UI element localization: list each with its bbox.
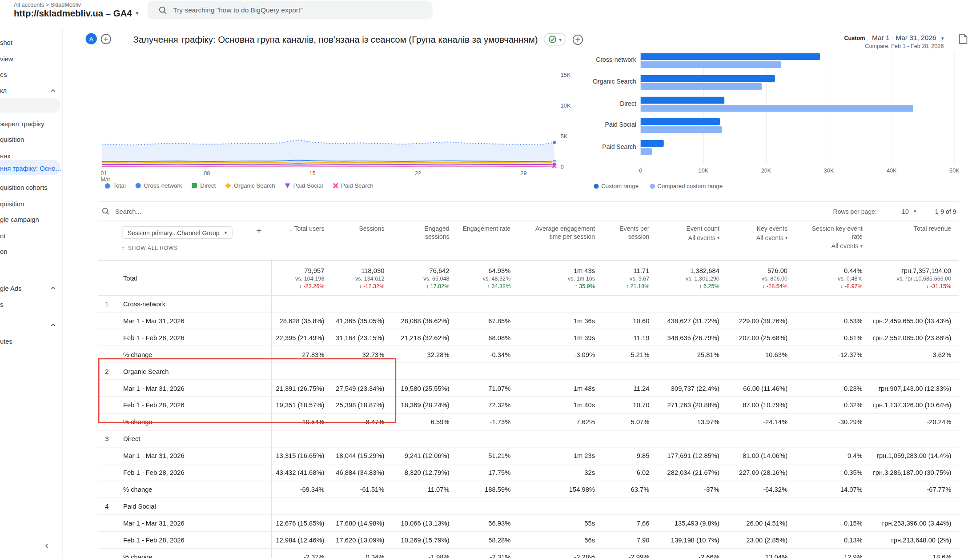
column-header-session-key-event-rate[interactable]: Session key event rateAll events▾ [789, 225, 864, 249]
dimension-selector-label: Session primary...Channel Group [128, 229, 220, 236]
rows-per-page-select[interactable]: 10 ▾ [902, 208, 916, 214]
column-header-sessions[interactable]: Sessions [325, 225, 386, 249]
legend-item-compared-custom-range[interactable]: Compared custom range [650, 182, 723, 189]
global-search-input[interactable]: Try searching "how to do BigQuery export… [148, 0, 433, 19]
metric-cell: -64.32% [721, 481, 789, 498]
sidebar-item-gle-campaign[interactable]: gle campaign [0, 213, 62, 226]
metric-compare-value: vs. 806.00 [762, 275, 787, 281]
sidebar-item-жерел-трафіку[interactable]: жерел трафіку [0, 117, 62, 131]
column-header-label: Total revenue [914, 225, 951, 233]
sidebar-item-ння-трафіку-осно[interactable]: ння трафіку: Осно… [0, 161, 62, 175]
metric-cell: 68.08% [450, 329, 512, 346]
dimension-selector[interactable]: Session primary...Channel Group ▾ [122, 226, 233, 239]
metric-cell: 10.63% [721, 346, 789, 363]
chevron-down-icon: ▾ [136, 10, 138, 16]
sidebar-item-item[interactable] [0, 98, 62, 112]
bar-paid-social-custom-range [641, 118, 720, 125]
sidebar-item-es[interactable]: es [0, 68, 62, 81]
notepad-icon [958, 34, 968, 44]
gridline [954, 51, 955, 164]
sidebar-item-quisition-cohorts[interactable]: quisition cohorts [0, 181, 62, 194]
chevron-up-icon[interactable] [50, 322, 56, 328]
avatar[interactable]: A [86, 33, 97, 44]
table-row-group-organic-search[interactable]: 2Organic Search [98, 363, 959, 380]
add-report-button[interactable] [573, 34, 583, 45]
column-filter[interactable]: All events▾ [688, 234, 719, 241]
sidebar-collapse-button[interactable]: ‹ [45, 540, 48, 551]
metric-cell: -3.62% [864, 346, 959, 363]
bar-paid-search-compared-custom-range [641, 148, 652, 155]
empty-metrics [272, 296, 959, 312]
date-range-picker[interactable]: Custom Mar 1 - Mar 31, 2026 ▾ Compare: F… [844, 34, 944, 49]
column-header-total-users[interactable]: ↓ Total users [272, 225, 325, 249]
column-header-engaged-sessions[interactable]: Engaged sessions [386, 225, 450, 249]
column-header-total-revenue[interactable]: Total revenue [864, 225, 959, 249]
column-filter[interactable]: All events▾ [831, 242, 863, 249]
table-row-group-cross-network[interactable]: 1Cross-network [98, 296, 959, 313]
metric-cell: -1.98% [386, 549, 450, 558]
traffic-line-chart: 01Mar0815222915K10K5K0 [100, 55, 575, 185]
row-index: 4 [98, 502, 123, 510]
column-header-events-per-session[interactable]: Events per session [596, 225, 651, 249]
triangle-marker-icon [285, 182, 291, 189]
metric-change: ↑ 34.38% [487, 283, 511, 289]
column-header-average-engagement-time-per-session[interactable]: Average engagement time per session [512, 225, 596, 249]
table-search-input[interactable]: Search... [102, 208, 141, 215]
add-dimension-button[interactable]: + [256, 225, 261, 236]
metric-cell: 11.07% [386, 481, 450, 498]
chevron-down-icon: ▾ [785, 235, 787, 240]
metric-cell: 229.00 (39.76%) [721, 313, 789, 329]
legend-item-total[interactable]: Total [104, 182, 126, 189]
table-row-group-paid-social[interactable]: 4Paid Social [98, 498, 959, 515]
add-comparison-button[interactable] [100, 34, 111, 44]
show-all-rows-button[interactable]: ↕ SHOW ALL ROWS [122, 245, 178, 251]
sidebar-item-view[interactable]: view [0, 52, 62, 66]
column-header-event-count[interactable]: Event countAll events▾ [651, 225, 720, 249]
report-status-badge[interactable]: ▾ [544, 33, 567, 45]
sidebar-item-utes[interactable]: utes [0, 334, 62, 348]
legend-item-direct[interactable]: Direct [192, 182, 216, 189]
y-tick-label: 5K [561, 133, 568, 140]
metric-change: ↑ 17.82% [426, 283, 450, 289]
channel-name: Paid Social [123, 502, 156, 510]
metric-cell: 8,320 (12.79%) [386, 464, 450, 481]
column-filter[interactable]: All events▾ [756, 234, 787, 241]
table-row-direct-change: % change-69.34%-61.51%11.07%188.59%154.9… [98, 481, 959, 498]
property-selector[interactable]: http://skladmebliv.ua – GA4 ▾ [14, 8, 139, 18]
legend-item-cross-network[interactable]: Cross-network [135, 182, 182, 189]
column-header-key-events[interactable]: Key eventsAll events▾ [721, 225, 789, 249]
metric-cell: грн.907,143.00 (12.33%) [864, 380, 959, 397]
bar-category-label-paid-search: Paid Search [575, 143, 636, 150]
metric-cell: -0.34% [450, 346, 512, 363]
metric-cell: 7.90 [596, 532, 651, 548]
sidebar-item-shot[interactable]: shot [0, 36, 62, 49]
dimension-cell: % change [98, 414, 272, 430]
metric-cell: 81.00 (14.06%) [721, 447, 789, 464]
table-header: Session primary...Channel Group ▾ + ↕ SH… [98, 221, 959, 261]
metric-cell: 282,034 (21.67%) [651, 464, 720, 481]
column-header-engagement-rate[interactable]: Engagement rate [450, 225, 512, 249]
sidebar-item-quisition[interactable]: quisition [0, 197, 62, 211]
sidebar-item-nt[interactable]: nt [0, 229, 62, 242]
row-label: Feb 1 - Feb 28, 2026 [98, 469, 185, 476]
breadcrumb[interactable]: All accounts > SkladMebliv [14, 2, 81, 8]
notes-button[interactable] [958, 34, 968, 44]
metric-cell: 43,432 (41.68%) [272, 464, 325, 481]
search-placeholder: Try searching "how to do BigQuery export… [173, 6, 302, 14]
chevron-up-icon[interactable] [50, 285, 56, 291]
table-row-group-direct[interactable]: 3Direct [98, 430, 959, 447]
legend-item-paid-search[interactable]: Paid Search [332, 182, 373, 189]
metric-cell: -67.77% [864, 481, 959, 498]
sidebar-item-on[interactable]: on [0, 245, 62, 258]
dimension-cell: Feb 1 - Feb 28, 2026 [98, 464, 272, 481]
legend-item-paid-social[interactable]: Paid Social [285, 182, 323, 189]
legend-item-custom-range[interactable]: Custom range [594, 182, 639, 189]
channel-name: Cross-network [123, 300, 165, 308]
legend-label: Organic Search [234, 182, 275, 189]
sidebar-item-quisition[interactable]: quisition [0, 132, 62, 146]
legend-item-organic-search[interactable]: Organic Search [225, 182, 275, 189]
chevron-up-icon[interactable] [50, 88, 56, 94]
metric-cell: 31,164 (23.15%) [325, 329, 386, 346]
sidebar-item-s[interactable]: s [0, 297, 62, 311]
metric-cell: 18,044 (15.29%) [325, 447, 386, 464]
